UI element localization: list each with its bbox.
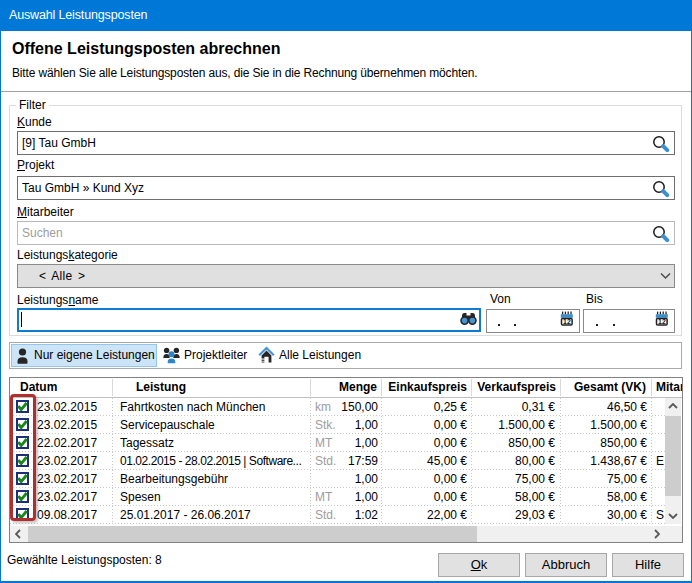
- svg-text:12: 12: [658, 318, 666, 325]
- svg-text:12: 12: [563, 318, 571, 325]
